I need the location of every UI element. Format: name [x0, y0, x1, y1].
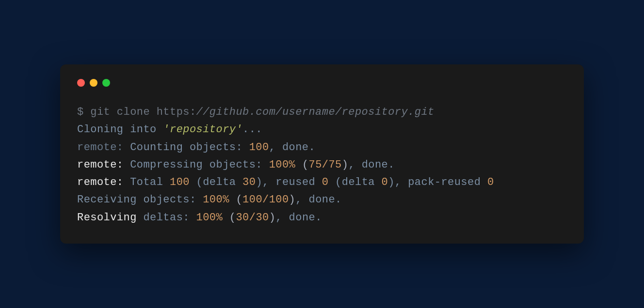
- window-controls: [77, 79, 567, 87]
- url-text: //github.com/username/repository.git: [196, 106, 435, 118]
- paren: ): [269, 212, 276, 224]
- output-text: (delta: [328, 176, 381, 188]
- fraction-value: 75/75: [309, 159, 342, 171]
- maximize-icon[interactable]: [102, 79, 110, 87]
- remote-prefix: remote:: [77, 176, 130, 188]
- fraction-value: 100/100: [242, 194, 289, 206]
- output-text: , done.: [269, 141, 316, 154]
- paren: (: [236, 194, 242, 206]
- space: [223, 212, 229, 224]
- output-text: , pack-reused: [395, 176, 487, 188]
- output-text: Compressing objects:: [130, 159, 269, 171]
- output-line: Cloning into 'repository'...: [77, 121, 567, 139]
- remote-prefix: remote:: [77, 159, 130, 171]
- percent-value: 100%: [196, 212, 223, 224]
- output-text: ...: [242, 123, 262, 136]
- number-value: 30: [242, 176, 256, 188]
- output-text: Receiving objects:: [77, 194, 203, 206]
- output-text: , reused: [262, 176, 322, 188]
- output-line: Receiving objects: 100% (100/100), done.: [77, 191, 567, 209]
- space: [295, 159, 302, 171]
- output-line: remote: Total 100 (delta 30), reused 0 (…: [77, 174, 567, 191]
- output-text: , done.: [275, 212, 322, 224]
- repo-name: 'repository': [163, 123, 242, 136]
- paren: ): [388, 176, 395, 188]
- prompt-text: $ git clone https:: [77, 106, 196, 118]
- minimize-icon[interactable]: [90, 79, 97, 87]
- terminal-output: $ git clone https://github.com/username/…: [77, 104, 567, 227]
- output-line: Resolving deltas: 100% (30/30), done.: [77, 209, 567, 227]
- remote-prefix: remote:: [77, 141, 130, 154]
- fraction-value: 30/30: [236, 212, 269, 224]
- number-value: 100: [170, 176, 190, 188]
- terminal-window: $ git clone https://github.com/username/…: [60, 64, 584, 244]
- paren: (: [229, 212, 236, 224]
- number-value: 0: [382, 176, 388, 188]
- close-icon[interactable]: [77, 79, 85, 87]
- number-value: 100: [249, 141, 269, 154]
- percent-value: 100%: [203, 194, 229, 206]
- paren: ): [289, 194, 296, 206]
- output-line: remote: Compressing objects: 100% (75/75…: [77, 156, 567, 174]
- output-text: Counting objects:: [130, 141, 249, 154]
- output-text: Resolving: [77, 212, 143, 224]
- output-text: , done.: [348, 159, 395, 171]
- output-text: Cloning into: [77, 123, 163, 136]
- number-value: 0: [322, 176, 329, 188]
- paren: (: [302, 159, 309, 171]
- command-line: $ git clone https://github.com/username/…: [77, 104, 567, 121]
- output-text: Total: [130, 176, 170, 188]
- output-text: deltas:: [143, 212, 196, 224]
- output-text: (delta: [190, 176, 242, 188]
- paren: ): [256, 176, 262, 188]
- space: [229, 194, 236, 206]
- percent-value: 100%: [269, 159, 296, 171]
- paren: ): [342, 159, 349, 171]
- number-value: 0: [487, 176, 494, 188]
- output-text: , done.: [295, 194, 342, 206]
- output-line: remote: Counting objects: 100, done.: [77, 139, 567, 156]
